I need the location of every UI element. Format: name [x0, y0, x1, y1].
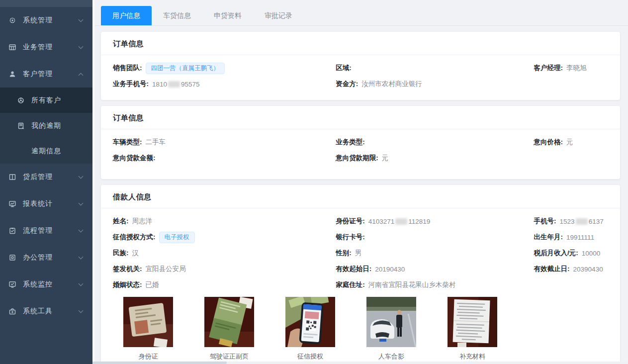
- sidebar-item-label: 系统管理: [23, 16, 53, 25]
- field-region: 区域:: [336, 60, 534, 76]
- field-value: 20190430: [375, 266, 405, 273]
- field-empty: [534, 150, 608, 166]
- sidebar-item-label: 系统监控: [23, 280, 53, 289]
- field-row: 征信授权方式: 电子授权 银行卡号: 出生年月: 19911111: [113, 229, 608, 245]
- sidebar-item-label: 所有客户: [31, 96, 61, 105]
- redacted-digits: [395, 218, 407, 225]
- sidebar-item-all-customers[interactable]: 所有客户: [0, 88, 92, 113]
- chevron-down-icon: [79, 254, 84, 259]
- sidebar-item-my-overdue[interactable]: 我的逾期: [0, 113, 92, 138]
- sales-team-tag[interactable]: 四团一营（直属王鹏飞）: [146, 63, 225, 74]
- photo-caption: 补充材料: [448, 352, 497, 361]
- field-row: 意向贷款金额: 意向贷款期限: 元: [113, 150, 608, 166]
- field-label: 银行卡号:: [336, 233, 365, 242]
- field-label: 性别:: [336, 249, 352, 258]
- field-marital-status: 婚姻状态: 已婚: [113, 277, 336, 293]
- order-info-card-2: 订单信息 车辆类型: 二手车 业务类型: 意向价格: 元 意向贷款金额:: [101, 106, 620, 179]
- field-value: 李晓旭: [566, 64, 587, 73]
- gear-icon: [8, 16, 17, 25]
- tab-loan-application-docs[interactable]: 申贷资料: [202, 6, 253, 25]
- chevron-down-icon: [79, 308, 84, 313]
- field-intent-loan-amount: 意向贷款金额:: [113, 150, 336, 166]
- scrollbar-thumb[interactable]: [92, 362, 227, 364]
- sidebar-item-customer-mgmt[interactable]: 客户管理: [0, 61, 92, 88]
- section-title-order-info: 订单信息: [101, 32, 620, 55]
- field-value: 元: [566, 138, 573, 147]
- borrower-info-card: 借款人信息 姓名: 周志洋 身份证号: 4103271 112819 手机号: …: [101, 185, 620, 364]
- field-customer-manager: 客户经理: 李晓旭: [534, 60, 608, 76]
- sidebar-item-process-mgmt[interactable]: 流程管理: [0, 217, 92, 244]
- field-label: 意向价格:: [534, 138, 563, 147]
- field-value: 1810: [152, 81, 167, 88]
- field-label: 资金方:: [336, 80, 358, 89]
- handwritten-doc-photo-image: [448, 297, 497, 347]
- sidebar-item-report-stats[interactable]: 报表统计: [0, 190, 92, 217]
- field-label: 区域:: [336, 64, 352, 73]
- sidebar-item-label: 流程管理: [23, 226, 53, 235]
- field-name: 姓名: 周志洋: [113, 213, 336, 229]
- horizontal-scrollbar[interactable]: [92, 362, 628, 364]
- sidebar-item-system-mgmt[interactable]: 系统管理: [0, 7, 92, 34]
- field-label: 有效起始日:: [336, 265, 371, 273]
- photo-handwritten-document[interactable]: 补充材料: [448, 297, 497, 361]
- field-value: 周志洋: [132, 217, 153, 226]
- field-label: 销售团队:: [113, 64, 142, 73]
- wheel-icon: [16, 96, 25, 105]
- photo-caption: 征信授权: [285, 352, 335, 361]
- sidebar: 系统管理 业务管理 客户管理 所有客户 我的逾期 逾期信息 贷后管理 报表统计: [0, 0, 92, 364]
- monitor-check-icon: [8, 280, 17, 289]
- field-business-type: 业务类型:: [336, 134, 534, 150]
- field-label: 业务类型:: [336, 138, 365, 147]
- field-label: 意向贷款金额:: [113, 154, 156, 163]
- card-body: 姓名: 周志洋 身份证号: 4103271 112819 手机号: 1523 6…: [101, 208, 620, 364]
- field-value: 汉: [132, 249, 139, 258]
- field-value: 二手车: [146, 138, 166, 147]
- tab-car-loan-info[interactable]: 车贷信息: [152, 6, 202, 25]
- credit-auth-tag[interactable]: 电子授权: [159, 232, 195, 243]
- notebook-icon: [16, 121, 25, 130]
- sidebar-item-label: 客户管理: [23, 70, 53, 79]
- grid-icon: [8, 43, 17, 52]
- card-body: 销售团队: 四团一营（直属王鹏飞） 区域: 客户经理: 李晓旭 业务手机号: 1…: [101, 55, 620, 100]
- sidebar-item-postloan-mgmt[interactable]: 贷后管理: [0, 164, 92, 190]
- sidebar-item-label: 办公管理: [23, 253, 53, 262]
- field-value: 19911111: [566, 234, 594, 241]
- field-value: 112819: [408, 218, 430, 225]
- field-label: 意向贷款期限:: [336, 154, 378, 163]
- field-credit-auth-method: 征信授权方式: 电子授权: [113, 229, 336, 245]
- section-title-order-info: 订单信息: [101, 106, 620, 129]
- sidebar-item-system-monitor[interactable]: 系统监控: [0, 271, 92, 298]
- sidebar-item-office-mgmt[interactable]: 办公管理: [0, 244, 92, 271]
- field-label: 税后月收入/元:: [534, 249, 578, 258]
- field-value: 6137: [589, 218, 604, 225]
- field-id-number: 身份证号: 4103271 112819: [336, 213, 534, 229]
- chevron-down-icon: [79, 200, 84, 205]
- sidebar-scrollbar[interactable]: [92, 0, 94, 364]
- photo-driver-license[interactable]: 驾驶证正副页: [204, 297, 254, 361]
- field-home-address: 家庭住址: 河南省宜阳县花果山乡木柴村: [336, 277, 534, 293]
- photo-id-card[interactable]: 身份证: [123, 297, 173, 361]
- sidebar-item-label: 我的逾期: [31, 121, 61, 130]
- redacted-digits: [576, 218, 588, 225]
- chevron-down-icon: [79, 227, 84, 232]
- field-label: 签发机关:: [113, 265, 142, 273]
- sidebar-item-system-tools[interactable]: 系统工具: [0, 298, 92, 325]
- tab-user-info[interactable]: 用户信息: [101, 6, 152, 25]
- sidebar-item-business-mgmt[interactable]: 业务管理: [0, 34, 92, 61]
- tab-approval-records[interactable]: 审批记录: [253, 6, 304, 25]
- sidebar-item-overdue-info[interactable]: 逾期信息: [0, 138, 92, 164]
- field-value: 20390430: [573, 266, 603, 273]
- photo-caption: 驾驶证正副页: [204, 352, 254, 361]
- field-row: 业务手机号: 1810 95575 资金方: 汝州市农村商业银行: [113, 76, 608, 92]
- clipboard-icon: [8, 226, 17, 235]
- field-value: 10000: [582, 250, 601, 257]
- photo-credit-auth-screenshot[interactable]: 征信授权: [285, 297, 335, 361]
- user-icon: [8, 70, 17, 79]
- photo-person-with-car[interactable]: 人车合影: [366, 297, 416, 361]
- photo-caption: 身份证: [123, 352, 173, 361]
- order-info-card-1: 订单信息 销售团队: 四团一营（直属王鹏飞） 区域: 客户经理: 李晓旭 业务手: [101, 32, 620, 100]
- field-label: 手机号:: [534, 217, 556, 226]
- field-label: 业务手机号:: [113, 80, 149, 89]
- field-row: 婚姻状态: 已婚 家庭住址: 河南省宜阳县花果山乡木柴村: [113, 277, 608, 293]
- field-label: 车辆类型:: [113, 138, 142, 147]
